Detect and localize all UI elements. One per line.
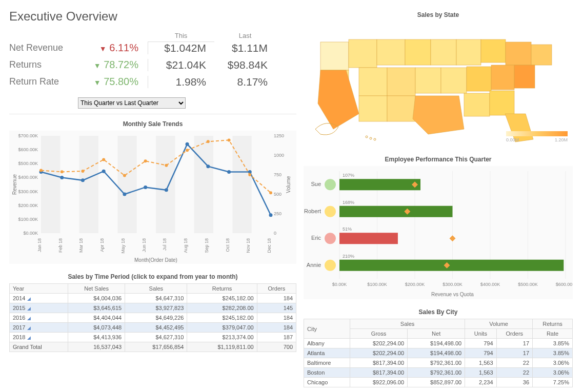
svg-point-110 [325, 233, 336, 244]
svg-text:$400.00K: $400.00K [480, 282, 500, 287]
table-row[interactable]: Albany$202,294.00$194,498.00794173.85% [304, 339, 573, 348]
period-comparison-select[interactable]: This Quarter vs Last Quarter [78, 97, 186, 109]
svg-text:$200.00K: $200.00K [18, 203, 38, 208]
svg-text:107%: 107% [343, 173, 354, 178]
svg-rect-65 [481, 39, 506, 63]
svg-text:0: 0 [274, 231, 276, 236]
svg-text:Eric: Eric [311, 235, 321, 241]
kpi-last-rate: 8.17% [214, 76, 276, 88]
svg-point-24 [123, 193, 126, 196]
svg-rect-1 [79, 136, 98, 233]
svg-point-31 [269, 213, 273, 217]
svg-rect-4 [194, 136, 213, 233]
employee-performance-chart[interactable]: $0.00K$100.00K$200.00K$300.00K$400.00K$5… [304, 166, 573, 299]
svg-point-32 [39, 169, 43, 172]
expand-icon[interactable]: ◢ [27, 296, 33, 301]
arrow-down-icon: ▼ [99, 45, 107, 53]
trends-title: Monthly Sale Trends [9, 118, 296, 131]
svg-rect-60 [349, 39, 377, 68]
table-row[interactable]: Baltimore$817,394.00$792,361.001,563223.… [304, 358, 573, 368]
svg-text:Feb 18: Feb 18 [58, 238, 63, 253]
emp-title: Employee Performance This Quarter [304, 154, 573, 166]
svg-point-23 [102, 170, 106, 173]
svg-text:$300.00K: $300.00K [18, 189, 38, 194]
svg-text:Dec 18: Dec 18 [267, 238, 272, 253]
svg-text:250: 250 [274, 211, 282, 216]
svg-rect-76 [514, 65, 535, 88]
svg-rect-66 [506, 42, 531, 65]
table-row[interactable]: Boston$817,394.00$792,361.001,563223.06% [304, 368, 573, 378]
svg-text:Apr 18: Apr 18 [99, 238, 105, 252]
sales-by-city-table[interactable]: City Sales Volume Returns Gross Net Unit… [304, 319, 573, 387]
svg-rect-63 [431, 39, 456, 65]
arrow-down-icon: ▼ [94, 78, 101, 87]
svg-point-38 [165, 164, 168, 167]
monthly-trends-chart[interactable]: $0.00K$100.00K$200.00K$300.00K$400.00K$5… [9, 131, 296, 264]
svg-rect-0 [41, 136, 60, 233]
table-row[interactable]: 2014 ◢$4,004,036$4,647,310$245,182.00184 [10, 294, 296, 303]
sales-by-state-map[interactable]: 0.00M1.20M [304, 22, 573, 150]
svg-rect-71 [387, 68, 415, 96]
expand-icon[interactable]: ◢ [27, 335, 33, 340]
divider [9, 114, 296, 114]
expand-icon[interactable]: ◢ [27, 316, 33, 321]
svg-point-33 [61, 170, 64, 173]
svg-point-106 [325, 206, 336, 217]
table-row[interactable]: 2015 ◢$3,645,615$3,927,823$282,208.00145 [10, 303, 296, 313]
svg-point-42 [248, 173, 251, 176]
svg-text:Volume: Volume [286, 176, 291, 193]
arrow-down-icon: ▼ [94, 61, 101, 70]
svg-text:$100.00K: $100.00K [367, 282, 387, 287]
svg-rect-74 [467, 67, 491, 91]
table-total-row: Grand Total16,537,043$17,656,854$1,119,8… [10, 342, 296, 352]
svg-text:500: 500 [274, 192, 282, 197]
kpi-last-netrevenue: $1.11M [214, 42, 276, 54]
svg-text:$200.00K: $200.00K [405, 282, 425, 287]
expand-icon[interactable]: ◢ [27, 306, 33, 311]
svg-text:$0.00K: $0.00K [332, 282, 347, 287]
svg-text:Oct 18: Oct 18 [225, 238, 230, 252]
kpi-this-returns: $21.04K [148, 59, 214, 71]
svg-text:$600.00K: $600.00K [556, 282, 573, 287]
map-legend: 0.00M1.20M [506, 131, 568, 142]
svg-text:$400.00K: $400.00K [18, 175, 38, 180]
time-period-table[interactable]: YearNet SalesSalesReturnsOrders 2014 ◢$4… [9, 283, 296, 352]
svg-point-84 [370, 137, 372, 139]
svg-text:Jan 18: Jan 18 [37, 238, 42, 252]
kpi-grid: This Last Net Revenue ▼ 6.11% $1.042M $1… [9, 32, 296, 90]
svg-rect-64 [456, 39, 481, 65]
expand-icon[interactable]: ◢ [27, 325, 33, 331]
svg-point-21 [60, 176, 64, 179]
svg-rect-78 [387, 96, 415, 121]
svg-point-36 [123, 174, 126, 177]
table-row[interactable]: 2018 ◢$4,413,936$4,627,310$213,374.00187 [10, 333, 296, 342]
svg-point-85 [374, 138, 376, 140]
svg-text:1000: 1000 [274, 153, 284, 158]
table-row[interactable]: 2017 ◢$4,073,448$4,452,495$379,047.00184 [10, 323, 296, 333]
svg-text:1250: 1250 [274, 133, 284, 138]
svg-text:Revenue vs Quota: Revenue vs Quota [431, 292, 474, 297]
svg-point-43 [269, 191, 272, 194]
svg-point-34 [81, 170, 84, 173]
svg-text:Revenue: Revenue [12, 174, 17, 195]
svg-rect-73 [441, 68, 467, 93]
svg-rect-61 [377, 39, 405, 65]
kpi-header-this: This [148, 32, 214, 39]
svg-point-27 [186, 142, 189, 146]
table-row[interactable]: Chicago$922,096.00$852,897.002,234367.25… [304, 378, 573, 387]
svg-rect-112 [339, 260, 564, 271]
svg-text:$500.00K: $500.00K [518, 282, 538, 287]
city-table-title: Sales By City [304, 306, 573, 319]
table-row[interactable]: 2016 ◢$4,404,044$4,649,226$245,182.00184 [10, 313, 296, 323]
svg-rect-80 [464, 93, 490, 116]
map-title: Sales by State [304, 9, 573, 22]
table-row[interactable]: Atlanta$202,294.00$194,498.00794173.85% [304, 348, 573, 358]
svg-point-40 [207, 140, 210, 143]
svg-rect-100 [339, 179, 420, 190]
svg-text:168%: 168% [343, 200, 354, 205]
svg-point-39 [186, 149, 189, 152]
svg-text:Sue: Sue [311, 181, 321, 187]
svg-text:$0.00K: $0.00K [23, 231, 38, 236]
kpi-change-netrevenue: ▼ 6.11% [76, 42, 148, 54]
svg-point-26 [165, 188, 168, 192]
